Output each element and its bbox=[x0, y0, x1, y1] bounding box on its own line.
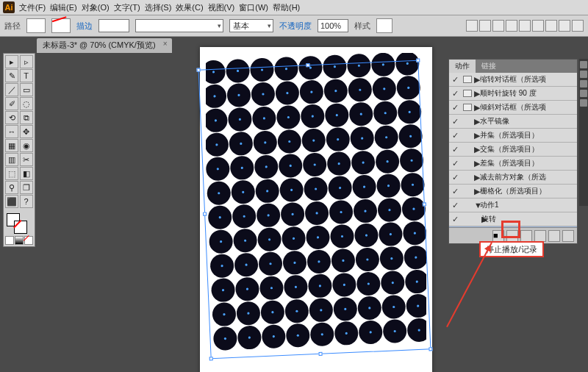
fill-stroke-box[interactable] bbox=[5, 212, 33, 234]
toggle-check-icon[interactable]: ✓ bbox=[449, 159, 461, 168]
panel-icon[interactable] bbox=[580, 61, 587, 68]
expand-icon[interactable]: ▶ bbox=[474, 131, 480, 140]
transform-icon[interactable] bbox=[572, 20, 584, 32]
action-row[interactable]: ✓▶交集（所选项目） bbox=[449, 143, 577, 157]
new-set-button[interactable] bbox=[534, 230, 546, 242]
brush-dropdown[interactable] bbox=[135, 19, 223, 32]
tool-5[interactable]: ▭ bbox=[20, 83, 33, 96]
dialog-toggle-icon[interactable] bbox=[463, 90, 472, 97]
dialog-toggle-icon[interactable] bbox=[463, 76, 472, 83]
toggle-check-icon[interactable]: ✓ bbox=[449, 75, 461, 85]
toggle-check-icon[interactable]: ✓ bbox=[449, 117, 461, 126]
menu-effect[interactable]: 效果(C) bbox=[176, 2, 203, 13]
tool-12[interactable]: ▦ bbox=[5, 139, 18, 152]
play-button[interactable] bbox=[520, 230, 532, 242]
tool-18[interactable]: ⚲ bbox=[5, 181, 18, 194]
tab-actions[interactable]: 动作 bbox=[449, 60, 476, 73]
align-icon[interactable] bbox=[492, 20, 504, 32]
toggle-check-icon[interactable]: ✓ bbox=[449, 89, 461, 99]
action-row[interactable]: ✓▶缩转对话框（所选项 bbox=[449, 73, 577, 87]
align-icon[interactable] bbox=[545, 20, 557, 32]
menu-type[interactable]: 文字(T) bbox=[114, 2, 140, 13]
selection-bbox[interactable] bbox=[198, 60, 431, 360]
align-icon[interactable] bbox=[506, 20, 517, 32]
dialog-toggle-icon[interactable] bbox=[463, 146, 472, 153]
dialog-toggle-icon[interactable] bbox=[463, 187, 472, 195]
collapsed-panels-strip[interactable] bbox=[579, 59, 588, 206]
dialog-toggle-icon[interactable] bbox=[463, 160, 472, 167]
panel-icon[interactable] bbox=[580, 80, 587, 87]
align-icon[interactable] bbox=[532, 20, 544, 32]
toggle-check-icon[interactable]: ✓ bbox=[449, 215, 461, 224]
menu-window[interactable]: 窗口(W) bbox=[239, 2, 268, 13]
expand-icon[interactable]: ▼ bbox=[474, 201, 480, 210]
dialog-toggle-icon[interactable] bbox=[463, 104, 472, 111]
tool-16[interactable]: ⬚ bbox=[5, 167, 18, 180]
align-icon[interactable] bbox=[519, 20, 531, 32]
action-row[interactable]: ✓▶倾斜对话框（所选项 bbox=[449, 101, 577, 115]
tool-20[interactable]: ⬛ bbox=[5, 195, 18, 208]
trash-button[interactable] bbox=[562, 230, 574, 242]
dialog-toggle-icon[interactable] bbox=[463, 215, 472, 223]
dialog-toggle-icon[interactable] bbox=[463, 132, 472, 139]
panel-icon[interactable] bbox=[580, 71, 587, 78]
opacity-label[interactable]: 不透明度 bbox=[279, 21, 312, 32]
expand-icon[interactable]: ▶ bbox=[474, 89, 480, 99]
menu-edit[interactable]: 编辑(E) bbox=[50, 2, 77, 13]
tool-0[interactable]: ▸ bbox=[5, 55, 18, 68]
action-row[interactable]: ✓▶差集（所选项目） bbox=[449, 157, 577, 171]
menu-file[interactable]: 文件(F) bbox=[19, 2, 46, 13]
action-row[interactable]: ✓▶减去前方对象（所选 bbox=[449, 171, 577, 185]
tool-21[interactable]: ? bbox=[20, 195, 33, 208]
tool-8[interactable]: ⟲ bbox=[5, 111, 18, 124]
align-icon[interactable] bbox=[479, 20, 491, 32]
artboard[interactable] bbox=[200, 47, 432, 372]
action-row[interactable]: ✓▶栅格化（所选项目） bbox=[449, 185, 577, 198]
expand-icon[interactable]: ▶ bbox=[474, 145, 480, 154]
tool-7[interactable]: ◌ bbox=[20, 97, 33, 110]
expand-icon[interactable]: ▶ bbox=[474, 103, 480, 112]
toggle-check-icon[interactable]: ✓ bbox=[449, 131, 461, 140]
action-row[interactable]: ✓▶顺时针旋转 90 度 bbox=[449, 87, 577, 101]
action-row[interactable]: ✓▼动作1 bbox=[449, 198, 577, 212]
expand-icon[interactable]: ▶ bbox=[474, 173, 480, 182]
tool-6[interactable]: ✐ bbox=[5, 97, 18, 110]
panel-icon[interactable] bbox=[580, 90, 587, 97]
document-tab[interactable]: 未标题-3* @ 70% (CMYK/预览) × bbox=[37, 38, 172, 53]
tool-4[interactable]: ／ bbox=[5, 83, 18, 96]
tool-2[interactable]: ✎ bbox=[5, 69, 18, 82]
dialog-toggle-icon[interactable] bbox=[463, 201, 472, 209]
draw-modes[interactable] bbox=[5, 236, 33, 245]
tab-links[interactable]: 链接 bbox=[476, 60, 502, 73]
fill-swatch[interactable] bbox=[26, 18, 46, 33]
stroke-weight-input[interactable] bbox=[98, 19, 129, 32]
toggle-check-icon[interactable]: ✓ bbox=[449, 145, 461, 154]
dialog-toggle-icon[interactable] bbox=[463, 174, 472, 181]
close-tab-icon[interactable]: × bbox=[163, 40, 168, 48]
basic-dropdown[interactable]: 基本 bbox=[229, 19, 273, 32]
expand-icon[interactable]: ▶ bbox=[474, 159, 480, 168]
tool-10[interactable]: ↔ bbox=[5, 125, 18, 138]
toggle-check-icon[interactable]: ✓ bbox=[449, 187, 461, 196]
tool-1[interactable]: ▹ bbox=[20, 55, 33, 68]
expand-icon[interactable]: ▶ bbox=[474, 215, 481, 224]
expand-icon[interactable]: ▶ bbox=[474, 117, 480, 126]
panel-icon[interactable] bbox=[580, 99, 587, 107]
dialog-toggle-icon[interactable] bbox=[463, 118, 472, 125]
stroke-label[interactable]: 描边 bbox=[76, 21, 93, 32]
menu-view[interactable]: 视图(V) bbox=[208, 2, 235, 13]
toggle-check-icon[interactable]: ✓ bbox=[449, 103, 461, 112]
stroke-swatch[interactable] bbox=[51, 18, 71, 33]
opacity-input[interactable]: 100% bbox=[318, 19, 348, 32]
transform-icon[interactable] bbox=[559, 20, 570, 32]
expand-icon[interactable]: ▶ bbox=[474, 187, 480, 196]
tool-9[interactable]: ⧉ bbox=[20, 111, 33, 124]
tool-13[interactable]: ◉ bbox=[20, 139, 33, 152]
style-swatch[interactable] bbox=[376, 18, 392, 33]
tool-14[interactable]: ▥ bbox=[5, 153, 18, 166]
tool-19[interactable]: ❐ bbox=[20, 181, 33, 194]
tool-11[interactable]: ✥ bbox=[20, 125, 33, 138]
action-row[interactable]: ✓▶水平镜像 bbox=[449, 115, 577, 129]
tool-17[interactable]: ◧ bbox=[20, 167, 33, 180]
menu-select[interactable]: 选择(S) bbox=[145, 2, 172, 13]
